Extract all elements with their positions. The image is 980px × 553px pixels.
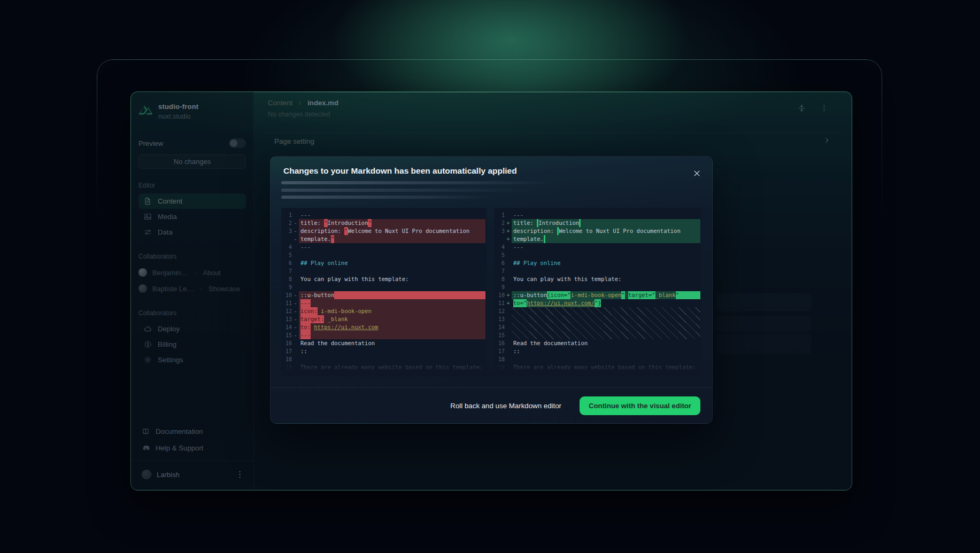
code-segment: Introduction xyxy=(328,219,368,227)
line-number: 6 xyxy=(281,259,292,267)
line-number: 19 xyxy=(281,363,292,371)
diff-row-new: 4--- xyxy=(494,243,701,251)
diff-marker: - xyxy=(292,219,299,227)
diff-marker: + xyxy=(505,299,512,307)
continue-visual-editor-button[interactable]: Continue with the visual editor xyxy=(580,396,700,415)
diff-row-new: 8You can play with this template: xyxy=(494,275,701,283)
diff-marker xyxy=(505,243,512,251)
skeleton-bar xyxy=(281,196,491,199)
code-segment: to: xyxy=(300,323,311,331)
code-segment: =" xyxy=(564,291,571,299)
diff-pane-new: 1---2+title: Introduction3+description: … xyxy=(494,208,701,376)
diff-row-old: 18 xyxy=(281,355,487,363)
line-number: 14 xyxy=(281,323,292,331)
code-segment: --- xyxy=(300,331,311,339)
diff-marker: - xyxy=(292,291,299,299)
line-number: 1 xyxy=(494,211,505,219)
code-segment: _blank xyxy=(655,291,676,299)
line-number: 3 xyxy=(494,227,505,235)
line-number: 3 xyxy=(281,227,292,235)
diff-marker: - xyxy=(292,331,299,339)
close-icon[interactable] xyxy=(690,166,704,180)
code-line: :: xyxy=(299,347,485,355)
line-number: 9 xyxy=(281,283,292,291)
code-line: :: xyxy=(512,347,700,355)
code-segment: _blank xyxy=(328,315,348,323)
diff-row-new: +template. xyxy=(494,235,701,243)
code-segment: There are already many website based on … xyxy=(513,363,696,371)
code-line: --- xyxy=(512,211,700,219)
code-line: description: Welcome to Nuxt UI Pro docu… xyxy=(512,227,700,235)
diff-marker xyxy=(292,275,299,283)
line-number: 8 xyxy=(281,275,292,283)
line-number: 13 xyxy=(494,315,505,323)
line-number: 16 xyxy=(281,339,292,347)
line-number: 10 xyxy=(281,291,292,299)
code-line xyxy=(512,331,700,339)
diff-marker xyxy=(505,307,512,315)
code-line xyxy=(512,283,700,291)
line-number: 11 xyxy=(494,299,505,307)
line-number: 15 xyxy=(281,331,292,339)
added-segment-group: to="https://ui.nuxt.com/"} xyxy=(513,299,601,307)
code-segment xyxy=(334,291,485,299)
diff-marker: - xyxy=(292,307,299,315)
diff-marker xyxy=(505,259,512,267)
diff-marker xyxy=(292,267,299,275)
diff-marker xyxy=(505,283,512,291)
code-segment: --- xyxy=(300,243,311,251)
line-number: 4 xyxy=(281,243,292,251)
code-segment: icon: xyxy=(300,307,318,315)
diff-marker xyxy=(505,211,512,219)
diff-marker xyxy=(292,251,299,259)
desktop-background: studio-front nuxt.studio Preview No chan… xyxy=(0,0,980,553)
code-segment: --- xyxy=(513,243,523,251)
rollback-button[interactable]: Roll back and use Markdown editor xyxy=(450,402,561,410)
diff-marker xyxy=(292,283,299,291)
diff-row-new: 2+title: Introduction xyxy=(494,219,701,227)
diff-row-new: 18 xyxy=(494,355,701,363)
code-segment: ## Play online xyxy=(513,259,561,267)
code-segment: --- xyxy=(513,211,523,219)
diff-row-old: 10-::u-button xyxy=(281,291,487,299)
line-number: 5 xyxy=(494,251,505,259)
skeleton-bar xyxy=(281,189,533,192)
code-line xyxy=(512,267,700,275)
code-segment: " xyxy=(331,235,334,243)
diff-marker xyxy=(505,355,512,363)
diff-row-old: 16Read the documentation xyxy=(281,339,487,347)
insertion-caret xyxy=(544,235,545,243)
code-line: to: https://ui.nuxt.com xyxy=(299,323,485,331)
diff-marker xyxy=(292,363,299,371)
diff-row-old: 12-icon: i-mdi-book-open xyxy=(281,307,487,315)
diff-row-old: 5 xyxy=(281,251,487,259)
diff-marker xyxy=(292,339,299,347)
code-line: template." xyxy=(299,235,485,243)
diff-row-old: 3-description: "Welcome to Nuxt UI Pro d… xyxy=(281,227,487,235)
line-number: 9 xyxy=(494,283,505,291)
diff-row-new: 11+to="https://ui.nuxt.com/"} xyxy=(494,299,701,307)
code-line: You can play with this template: xyxy=(512,275,700,283)
line-number: 4 xyxy=(494,243,505,251)
diff-row-new: 6## Play online xyxy=(494,259,701,267)
diff-row-old: 19There are already many website based o… xyxy=(281,363,487,371)
diff-row-new: 13 xyxy=(494,315,701,323)
diff-marker: - xyxy=(292,235,299,243)
code-segment: template. xyxy=(513,235,544,243)
code-line: to="https://ui.nuxt.com/"} xyxy=(512,299,700,307)
diff-row-new: 9 xyxy=(494,283,701,291)
diff-marker: - xyxy=(292,323,299,331)
line-number: 12 xyxy=(281,307,292,315)
line-number: 6 xyxy=(494,259,505,267)
code-line: --- xyxy=(299,211,485,219)
code-segment: ## Play online xyxy=(300,259,348,267)
diff-row-old: -template." xyxy=(281,235,487,243)
line-number: 12 xyxy=(494,307,505,315)
diff-row-old: 6## Play online xyxy=(281,259,487,267)
code-segment: ::u-button xyxy=(300,291,334,299)
code-segment: i-mdi-book-open xyxy=(570,291,621,299)
diff-row-new: 16Read the documentation xyxy=(494,339,701,347)
code-segment: --- xyxy=(300,211,311,219)
code-segment: You can play with this template: xyxy=(300,275,408,283)
code-line: --- xyxy=(299,299,485,307)
